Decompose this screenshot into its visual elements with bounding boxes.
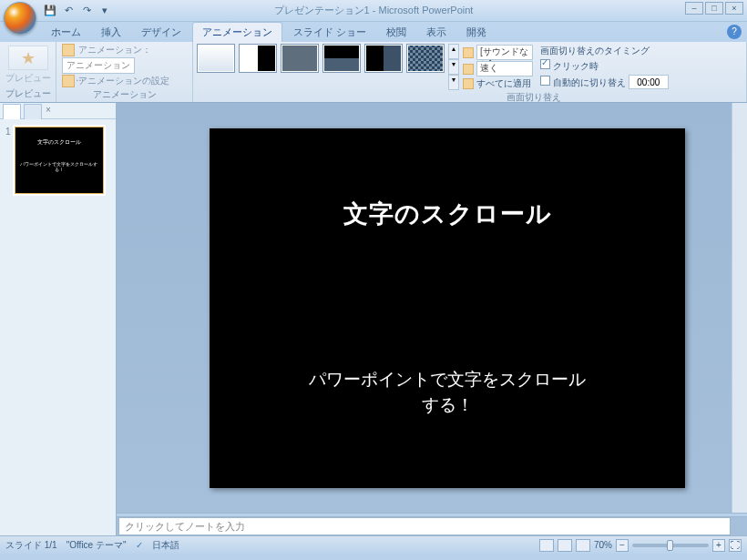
onclick-checkbox[interactable] (540, 59, 550, 69)
transition-fade2[interactable] (281, 44, 319, 73)
canvas-area[interactable]: 文字のスクロール パワーポイントで文字をスクロールする！ (117, 103, 732, 513)
thumb-body: パワーポイントで文字をスクロールする！ (19, 161, 99, 172)
onclick-label: クリック時 (553, 61, 599, 71)
tab-developer[interactable]: 開発 (457, 23, 496, 42)
notes-pane[interactable]: クリックしてノートを入力 (118, 517, 731, 535)
animation-settings-icon (62, 75, 75, 87)
auto-time-input[interactable] (629, 75, 669, 89)
gallery-more-icon[interactable]: ▾ (448, 75, 459, 90)
onclick-row[interactable]: クリック時 (540, 59, 669, 73)
zoom-out-icon[interactable]: − (616, 539, 629, 552)
zoom-value[interactable]: 70% (594, 540, 612, 550)
tab-slideshow[interactable]: スライド ショー (284, 23, 375, 42)
transition-options: [サウンドなし] 速く すべてに適用 (463, 44, 533, 90)
animation-settings-label: アニメーションの設定 (78, 75, 169, 87)
slide-thumbnail-1[interactable]: 文字のスクロール パワーポイントで文字をスクロールする！ (15, 127, 104, 194)
apply-all-button[interactable]: すべてに適用 (463, 77, 533, 90)
slide-title-text[interactable]: 文字のスクロール (343, 198, 552, 230)
window-buttons: – □ × (685, 2, 743, 15)
save-icon[interactable]: 💾 (42, 3, 58, 19)
slide-panel: × 1 文字のスクロール パワーポイントで文字をスクロールする！ (0, 103, 117, 535)
sorter-view-icon[interactable] (558, 539, 572, 552)
status-right: 70% − + ⛶ (539, 539, 742, 552)
panel-close-icon[interactable]: × (42, 105, 55, 117)
slides-tab[interactable] (3, 104, 21, 119)
transition-none[interactable] (197, 44, 235, 73)
preview-icon[interactable]: ★ (8, 46, 48, 70)
undo-icon[interactable]: ↶ (60, 3, 77, 19)
title-bar: 💾 ↶ ↷ ▾ プレゼンテーション1 - Microsoft PowerPoin… (0, 0, 747, 22)
group-label-animation: アニメーション (60, 87, 189, 103)
sound-dropdown[interactable]: [サウンドなし] (476, 45, 533, 60)
transition-dissolve[interactable] (406, 44, 445, 73)
ribbon-group-animation: アニメーション： アニメーションし… アニメーションの設定 アニメーション (56, 42, 193, 102)
speed-icon (463, 64, 474, 75)
zoom-slider[interactable] (632, 544, 709, 547)
quick-access-toolbar: 💾 ↶ ↷ ▾ (42, 3, 113, 19)
outline-tab[interactable] (24, 104, 42, 119)
thumbnail-wrap: 1 文字のスクロール パワーポイントで文字をスクロールする！ (0, 119, 116, 201)
transition-fade3[interactable] (322, 44, 361, 73)
transition-fade1[interactable] (239, 44, 277, 73)
gallery-down-icon[interactable]: ▾ (448, 59, 459, 75)
animation-dropdown[interactable]: アニメーションし… (62, 57, 135, 74)
status-bar: スライド 1/1 "Office テーマ" ✓ 日本語 70% − + ⛶ (0, 535, 747, 554)
tab-insert[interactable]: 挿入 (92, 23, 130, 42)
vertical-scrollbar[interactable] (732, 103, 747, 513)
tab-review[interactable]: 校閲 (377, 23, 415, 42)
speed-dropdown[interactable]: 速く (476, 61, 533, 76)
normal-view-icon[interactable] (539, 539, 554, 552)
ribbon-tabs: ホーム 挿入 デザイン アニメーション スライド ショー 校閲 表示 開発 ? (0, 22, 747, 42)
status-slide: スライド 1/1 (5, 539, 57, 552)
animation-icon (62, 44, 75, 56)
gallery-up-icon[interactable]: ▴ (448, 44, 459, 59)
status-theme: "Office テーマ" (67, 539, 127, 552)
auto-label: 自動的に切り替え (553, 77, 626, 87)
thumb-number: 1 (5, 127, 11, 194)
help-icon[interactable]: ? (727, 25, 742, 39)
editor-area: 文字のスクロール パワーポイントで文字をスクロールする！ クリックしてノートを入… (117, 103, 747, 535)
slide-body-text[interactable]: パワーポイントで文字をスクロールする！ (309, 367, 586, 419)
close-button[interactable]: × (725, 2, 743, 15)
window-title: プレゼンテーション1 - Microsoft PowerPoint (274, 4, 474, 17)
maximize-button[interactable]: □ (705, 2, 723, 15)
apply-all-icon (463, 78, 474, 89)
animation-label: アニメーション： (78, 44, 151, 56)
animation-row: アニメーション： (62, 44, 187, 56)
zoom-in-icon[interactable]: + (712, 539, 725, 552)
apply-all-label: すべてに適用 (476, 77, 531, 90)
status-language[interactable]: 日本語 (152, 539, 179, 552)
timing-header: 画面切り替えのタイミング (540, 45, 669, 57)
sound-icon (463, 47, 474, 58)
redo-icon[interactable]: ↷ (78, 3, 95, 19)
zoom-handle[interactable] (667, 540, 673, 551)
slideshow-view-icon[interactable] (576, 539, 590, 552)
animation-settings-row[interactable]: アニメーションの設定 (62, 75, 187, 87)
tab-view[interactable]: 表示 (417, 23, 455, 42)
auto-row[interactable]: 自動的に切り替え (540, 75, 669, 89)
office-button[interactable] (4, 2, 36, 35)
tab-home[interactable]: ホーム (42, 23, 90, 42)
fit-window-icon[interactable]: ⛶ (729, 539, 742, 552)
transition-fade4[interactable] (364, 44, 403, 73)
tab-design[interactable]: デザイン (132, 23, 190, 42)
slide-canvas[interactable]: 文字のスクロール パワーポイントで文字をスクロールする！ (210, 128, 685, 488)
ribbon-group-preview: ★ プレビュー プレビュー (0, 42, 56, 102)
preview-button-label: プレビュー (4, 70, 52, 87)
group-label-preview: プレビュー (4, 87, 52, 102)
minimize-button[interactable]: – (685, 2, 703, 15)
qat-more-icon[interactable]: ▾ (97, 3, 113, 19)
workspace: × 1 文字のスクロール パワーポイントで文字をスクロールする！ 文字のスクロー… (0, 103, 747, 535)
thumb-title: 文字のスクロール (37, 138, 81, 147)
panel-tabs: × (0, 103, 116, 119)
tab-animation[interactable]: アニメーション (192, 22, 282, 42)
timing-group: 画面切り替えのタイミング クリック時 自動的に切り替え (540, 44, 669, 90)
auto-checkbox[interactable] (540, 76, 550, 86)
transition-gallery: ▴ ▾ ▾ (197, 44, 459, 90)
ribbon: ★ プレビュー プレビュー アニメーション： アニメーションし… アニメーション… (0, 42, 747, 103)
ribbon-group-transition: ▴ ▾ ▾ [サウンドなし] 速く すべてに適用 画面切り替えのタイミング クリ… (193, 42, 747, 102)
